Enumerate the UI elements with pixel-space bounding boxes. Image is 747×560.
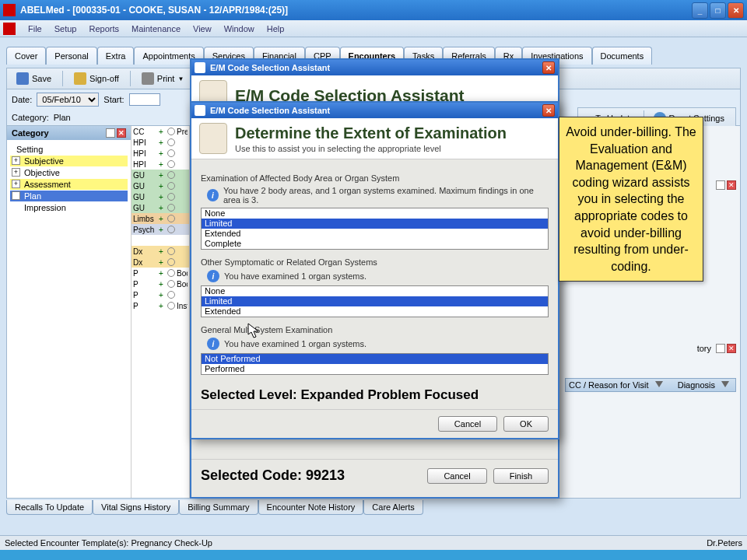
list-row[interactable]: P+Book (132, 268, 189, 278)
add-icon[interactable]: + (156, 258, 166, 267)
menu-view[interactable]: View (187, 23, 218, 35)
option-complete[interactable]: Complete (202, 239, 548, 249)
tree-item-objective[interactable]: Objective (10, 167, 128, 178)
circle-icon[interactable] (167, 226, 175, 233)
section-3-options[interactable]: Not PerformedPerformed (201, 353, 549, 375)
bottom-tab-encounter-note-history[interactable]: Encounter Note History (258, 500, 364, 515)
panel-close-icon[interactable]: ✕ (727, 344, 736, 353)
circle-icon[interactable] (167, 269, 175, 277)
add-icon[interactable]: + (156, 182, 166, 191)
tab-documents[interactable]: Documents (592, 47, 653, 65)
tree-item-plan[interactable]: Plan (10, 191, 128, 201)
add-icon[interactable]: + (156, 269, 166, 278)
date-select[interactable]: 05/Feb/10 (37, 93, 99, 107)
minimize-button[interactable]: _ (692, 2, 708, 19)
bottom-tab-care-alerts[interactable]: Care Alerts (363, 500, 423, 515)
list-row[interactable]: Dx+ (132, 257, 189, 268)
menu-help[interactable]: Help (261, 23, 291, 35)
tree-item-impression[interactable]: Impression (10, 202, 128, 213)
option-performed[interactable]: Performed (202, 364, 548, 374)
list-row[interactable]: Psych+ (132, 224, 189, 235)
close-button[interactable]: ✕ (728, 2, 744, 19)
maximize-button[interactable]: □ (710, 2, 726, 19)
list-row[interactable]: Dx+ (132, 246, 189, 257)
print-button[interactable]: Print ▼ (137, 71, 189, 86)
dialog-close-button[interactable]: ✕ (542, 61, 555, 74)
tree-item-assessment[interactable]: Assessment (10, 179, 128, 190)
add-icon[interactable]: + (156, 204, 166, 212)
filter-icon[interactable] (655, 381, 663, 389)
add-icon[interactable]: + (156, 128, 166, 136)
tab-extra[interactable]: Extra (97, 47, 135, 65)
dialog-titlebar[interactable]: E/M Code Selection Assistant ✕ (191, 103, 558, 118)
circle-icon[interactable] (167, 204, 175, 212)
add-icon[interactable]: + (156, 138, 166, 147)
diagnosis-column-header[interactable]: Diagnosis (678, 380, 715, 390)
menu-file[interactable]: File (22, 23, 48, 35)
option-not-performed[interactable]: Not Performed (202, 354, 548, 364)
circle-icon[interactable] (167, 138, 175, 146)
panel-pin-icon[interactable] (106, 128, 115, 138)
add-icon[interactable]: + (156, 193, 166, 201)
menu-maintenance[interactable]: Maintenance (125, 23, 187, 35)
option-none[interactable]: None (202, 286, 548, 296)
option-extended[interactable]: Extended (202, 229, 548, 239)
finish-button[interactable]: Finish (493, 468, 549, 484)
list-row[interactable]: P+Instru (132, 300, 189, 311)
dialog-close-button[interactable]: ✕ (542, 104, 555, 117)
add-icon[interactable]: + (156, 247, 166, 256)
save-button[interactable]: Save (12, 71, 56, 86)
bottom-tab-vital-signs-history[interactable]: Vital Signs History (93, 500, 179, 515)
panel-pin-icon[interactable] (716, 344, 725, 353)
add-icon[interactable]: + (156, 302, 166, 310)
add-icon[interactable]: + (156, 160, 166, 169)
menu-setup[interactable]: Setup (48, 23, 83, 35)
option-none[interactable]: None (202, 208, 548, 219)
add-icon[interactable]: + (156, 149, 166, 158)
list-row[interactable]: P+ (132, 289, 189, 300)
ok-button[interactable]: OK (503, 416, 549, 432)
list-row[interactable] (132, 235, 189, 246)
findings-list[interactable]: CC+PregnHPI+HPI+HPI+GU+GU+GU+GU+Limbs+Ps… (132, 126, 190, 498)
tab-cover[interactable]: Cover (6, 47, 46, 65)
add-icon[interactable]: + (156, 291, 166, 299)
circle-icon[interactable] (167, 291, 175, 299)
bottom-tab-billing-summary[interactable]: Billing Summary (179, 500, 258, 515)
list-row[interactable]: GU+ (132, 202, 189, 213)
filter-icon[interactable] (721, 381, 729, 389)
cancel-button[interactable]: Cancel (427, 468, 486, 484)
circle-icon[interactable] (167, 182, 175, 190)
section-2-options[interactable]: NoneLimitedExtended (201, 285, 549, 317)
list-row[interactable]: CC+Pregn (132, 126, 189, 137)
option-limited[interactable]: Limited (202, 296, 548, 306)
add-icon[interactable]: + (156, 215, 166, 223)
list-row[interactable]: Limbs+ (132, 213, 189, 224)
list-row[interactable]: GU+ (132, 180, 189, 191)
bottom-tab-recalls-to-update[interactable]: Recalls To Update (6, 500, 93, 515)
option-extended[interactable]: Extended (202, 306, 548, 317)
list-row[interactable]: GU+ (132, 191, 189, 202)
circle-icon[interactable] (167, 171, 175, 179)
list-row[interactable]: P+Book (132, 278, 189, 289)
circle-icon[interactable] (167, 258, 175, 266)
menu-reports[interactable]: Reports (82, 23, 125, 35)
tab-personal[interactable]: Personal (46, 47, 96, 65)
menu-window[interactable]: Window (218, 23, 261, 35)
cc-column-header[interactable]: CC / Reason for Visit (569, 380, 649, 390)
add-icon[interactable]: + (156, 226, 166, 234)
section-1-options[interactable]: NoneLimitedExtendedComplete (201, 208, 549, 250)
list-row[interactable]: HPI+ (132, 148, 189, 159)
list-row[interactable]: HPI+ (132, 159, 189, 170)
circle-icon[interactable] (167, 128, 175, 135)
circle-icon[interactable] (167, 149, 175, 157)
circle-icon[interactable] (167, 247, 175, 255)
add-icon[interactable]: + (156, 171, 166, 180)
circle-icon[interactable] (167, 160, 175, 168)
tree-item-subjective[interactable]: Subjective (10, 156, 128, 166)
circle-icon[interactable] (167, 302, 175, 310)
dialog-titlebar[interactable]: E/M Code Selection Assistant ✕ (191, 60, 558, 75)
option-limited[interactable]: Limited (202, 219, 548, 229)
circle-icon[interactable] (167, 215, 175, 222)
signoff-button[interactable]: Sign-off (69, 71, 124, 86)
tree-item-setting[interactable]: Setting (10, 144, 128, 155)
